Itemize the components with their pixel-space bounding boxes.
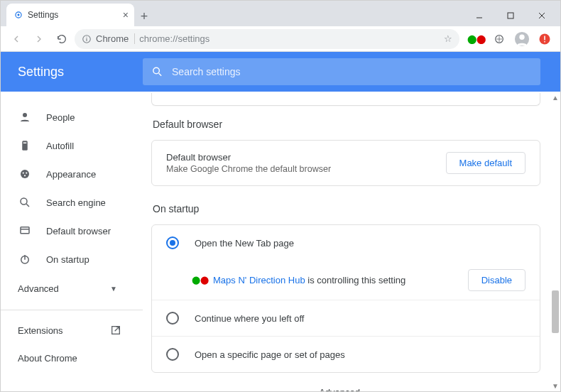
sidebar-item-label: People [46,112,75,123]
svg-point-15 [153,67,160,74]
extension-shield-icon[interactable] [489,29,509,49]
svg-point-11 [519,34,524,39]
svg-rect-3 [508,13,513,18]
svg-point-17 [23,113,27,117]
radio-icon[interactable] [166,312,179,325]
default-browser-row-sub: Make Google Chrome the default browser [166,164,446,174]
sidebar-item-autofill[interactable]: Autofill [1,131,143,160]
section-title-startup: On startup [153,203,540,214]
extension-app-icon: ⬤⬤ [195,275,206,286]
settings-sidebar: People Autofill Appearance Search engine… [1,92,143,391]
open-external-icon [109,323,123,337]
chevron-down-icon: ▼ [366,389,373,391]
window-close-button[interactable] [526,5,557,26]
previous-section-edge [151,93,540,106]
sidebar-advanced-toggle[interactable]: Advanced ▼ [1,273,143,304]
sidebar-item-label: Search engine [46,197,106,208]
sidebar-item-people[interactable]: People [1,103,143,131]
footer-advanced-toggle[interactable]: Advanced▼ [151,387,540,391]
omnibox-chip: Chrome [96,33,135,44]
reload-button[interactable] [52,29,72,49]
sidebar-extensions-label: Extensions [18,325,63,336]
startup-option-specific-pages[interactable]: Open a specific page or set of pages [152,337,540,372]
profile-avatar-icon[interactable] [512,29,532,49]
window-maximize-button[interactable] [495,5,526,26]
radio-icon[interactable] [166,348,179,361]
browser-tab[interactable]: Settings × [6,4,134,26]
sidebar-item-about[interactable]: About Chrome [1,344,143,372]
startup-option-continue[interactable]: Continue where you left off [152,300,540,336]
section-title-default-browser: Default browser [153,119,540,130]
forward-button[interactable] [29,29,49,49]
default-browser-card: Default browser Make Google Chrome the d… [151,140,540,186]
sidebar-advanced-label: Advanced [18,283,59,294]
svg-rect-26 [21,227,29,234]
sidebar-item-default-browser[interactable]: Default browser [1,217,143,245]
extension-name-link[interactable]: Maps N' Direction Hub [213,275,305,285]
tab-close-icon[interactable]: × [123,9,129,21]
scroll-down-arrow[interactable]: ▼ [551,381,560,390]
star-icon[interactable]: ☆ [444,33,452,44]
tab-favicon [13,10,23,20]
svg-point-1 [18,14,20,16]
appearance-icon [18,167,32,181]
default-browser-row-title: Default browser [166,152,446,163]
autofill-icon [18,138,32,153]
startup-option-label: Open the New Tab page [195,238,294,249]
extension-pin-icon[interactable]: ⬤⬤ [467,29,486,49]
back-button[interactable] [6,29,26,49]
svg-rect-18 [22,141,28,151]
make-default-button[interactable]: Make default [446,152,525,174]
svg-rect-19 [23,143,27,144]
svg-point-21 [23,172,24,173]
scroll-thumb[interactable] [552,290,559,333]
search-icon [151,65,163,78]
window-minimize-button[interactable] [464,5,495,26]
chevron-down-icon: ▼ [110,285,117,293]
sidebar-item-label: On startup [46,254,89,265]
svg-line-25 [26,204,29,207]
sidebar-item-label: Default browser [46,226,111,236]
extension-controlling-notice: ⬤⬤ Maps N' Direction Hub is controlling … [152,261,540,300]
sidebar-item-label: Appearance [46,169,96,180]
sidebar-item-appearance[interactable]: Appearance [1,160,143,188]
svg-rect-14 [544,41,545,43]
startup-option-new-tab[interactable]: Open the New Tab page [152,225,540,261]
scroll-up-arrow[interactable]: ▲ [551,93,560,102]
extension-controlling-text: is controlling this setting [305,275,406,285]
tab-title: Settings [28,10,58,20]
address-bar[interactable]: Chrome chrome://settings ☆ [75,29,459,49]
window-titlebar: Settings × + [1,1,560,26]
people-icon [18,110,32,124]
radio-selected-icon[interactable] [166,236,179,249]
sidebar-item-search-engine[interactable]: Search engine [1,188,143,217]
settings-header: Settings [1,52,560,92]
svg-point-8 [86,36,87,37]
settings-main: Default browser Default browser Make Goo… [143,92,560,391]
search-engine-icon [18,195,32,209]
startup-option-label: Continue where you left off [195,313,304,324]
page-title: Settings [1,65,143,80]
new-tab-button[interactable]: + [134,6,154,26]
alert-icon[interactable] [535,29,555,49]
sidebar-item-extensions[interactable]: Extensions [1,316,143,344]
browser-toolbar: Chrome chrome://settings ☆ ⬤⬤ [1,26,560,52]
settings-search-input[interactable] [172,66,532,77]
sidebar-item-on-startup[interactable]: On startup [1,245,143,273]
svg-point-20 [21,170,29,178]
svg-point-24 [21,198,27,205]
sidebar-item-label: Autofill [46,141,74,151]
footer-advanced-label: Advanced [319,387,360,391]
startup-card: Open the New Tab page ⬤⬤ Maps N' Directi… [151,224,540,373]
disable-extension-button[interactable]: Disable [468,269,525,291]
sidebar-about-label: About Chrome [18,353,77,364]
omnibox-url: chrome://settings [139,33,209,44]
info-icon [82,34,92,44]
svg-point-23 [24,175,26,176]
startup-option-label: Open a specific page or set of pages [195,349,345,360]
settings-search[interactable] [143,58,540,85]
vertical-scrollbar[interactable]: ▲ ▼ [550,92,560,391]
power-icon [18,252,32,266]
svg-rect-13 [544,36,545,40]
svg-point-22 [26,172,27,173]
